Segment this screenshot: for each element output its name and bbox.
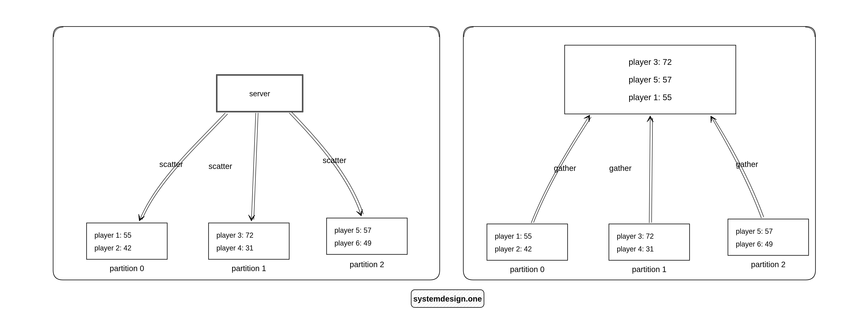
- gather-label-2: gather: [736, 160, 758, 169]
- p2l-label: partition 2: [350, 260, 384, 269]
- p0l-line0: player 1: 55: [94, 231, 131, 239]
- p1r-line1: player 4: 31: [617, 245, 654, 253]
- p2l-line1: player 6: 49: [335, 239, 371, 247]
- panel-scatter: server player 1: 55 player 2: 42 partiti…: [53, 27, 440, 280]
- p0l-label: partition 0: [110, 264, 144, 273]
- p2l-line0: player 5: 57: [335, 226, 371, 234]
- p1l-line0: player 3: 72: [216, 231, 253, 239]
- panel-gather: player 3: 72 player 5: 57 player 1: 55 p…: [463, 27, 815, 280]
- p1l-label: partition 1: [231, 264, 266, 273]
- p1r-label: partition 1: [632, 265, 666, 274]
- result-line-1: player 5: 57: [628, 75, 672, 84]
- scatter-label-1: scatter: [209, 162, 232, 171]
- p2r-label: partition 2: [751, 260, 785, 269]
- watermark-text: systemdesign.one: [413, 294, 482, 303]
- p1l-line1: player 4: 31: [216, 244, 253, 252]
- svg-rect-2: [53, 27, 440, 280]
- result-line-0: player 3: 72: [628, 57, 672, 67]
- diagram-root: server player 1: 55 player 2: 42 partiti…: [0, 0, 868, 320]
- scatter-label-2: scatter: [323, 156, 346, 165]
- gather-label-0: gather: [554, 164, 576, 173]
- scatter-label-0: scatter: [159, 160, 183, 169]
- gather-label-1: gather: [609, 164, 631, 173]
- p1r-line0: player 3: 72: [617, 232, 654, 240]
- p0l-line1: player 2: 42: [94, 244, 131, 252]
- result-line-2: player 1: 55: [628, 93, 672, 102]
- p0r-label: partition 0: [510, 265, 545, 274]
- p0r-line1: player 2: 42: [495, 245, 532, 253]
- server-label: server: [249, 90, 270, 98]
- p0r-line0: player 1: 55: [495, 232, 532, 240]
- p2r-line1: player 6: 49: [736, 240, 773, 248]
- p2r-line0: player 5: 57: [736, 227, 773, 235]
- watermark-badge: systemdesign.one: [411, 290, 484, 308]
